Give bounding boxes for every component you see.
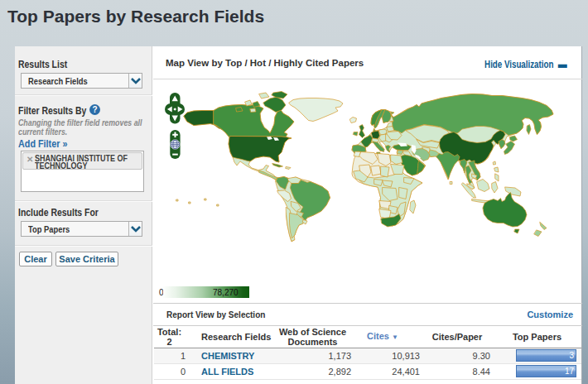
svg-text:?: ? [92, 105, 97, 114]
